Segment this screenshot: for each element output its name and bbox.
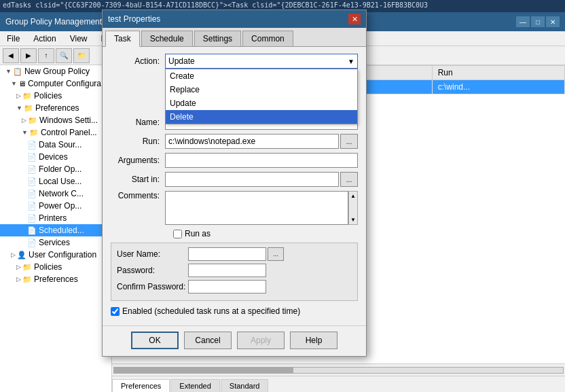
close-button[interactable]: ✕ <box>546 16 560 27</box>
option-update[interactable]: Update <box>166 96 357 110</box>
sidebar-item-label: Policies <box>34 262 62 272</box>
toolbar-up[interactable]: ↑ <box>38 48 54 63</box>
sidebar-item-label: Computer Configura... <box>28 79 108 88</box>
sidebar-item-label: Power Op... <box>39 201 81 211</box>
item-icon: 📄 <box>27 153 37 162</box>
sidebar-item-services[interactable]: 📄 Services <box>0 236 111 249</box>
runas-checkbox[interactable] <box>173 230 182 238</box>
sidebar-item-scheduled[interactable]: 📄 Scheduled... <box>0 224 111 236</box>
scroll-down-icon[interactable]: ▼ <box>350 215 356 224</box>
arguments-input[interactable] <box>165 153 358 168</box>
confirm-password-input[interactable] <box>188 280 266 293</box>
toolbar-folders[interactable]: 📁 <box>73 48 90 63</box>
start-in-input[interactable] <box>165 172 339 187</box>
menu-file[interactable]: File <box>3 33 24 45</box>
action-select-display[interactable]: Update ▼ <box>165 54 358 69</box>
sidebar-item-printers[interactable]: 📄 Printers <box>0 212 111 224</box>
toolbar-forward[interactable]: ▶ <box>20 48 37 63</box>
item-icon: 📄 <box>27 141 37 149</box>
sidebar-item-folder-options[interactable]: 📄 Folder Op... <box>0 163 111 175</box>
tab-task[interactable]: Task <box>105 31 140 47</box>
option-delete[interactable]: Delete <box>166 110 357 124</box>
item-icon: 📄 <box>27 226 37 235</box>
sidebar-item-control-panel[interactable]: ▼ 📁 Control Panel... <box>0 126 111 139</box>
toolbar-back[interactable]: ◀ <box>3 48 19 63</box>
sidebar-item-local-users[interactable]: 📄 Local Use... <box>0 175 111 188</box>
hscrollbar[interactable] <box>112 363 565 376</box>
tab-extended[interactable]: Extended <box>170 379 219 392</box>
help-button[interactable]: Help <box>290 332 338 349</box>
enabled-row: Enabled (scheduled task runs at a specif… <box>111 306 358 316</box>
comments-label: Comments: <box>111 191 165 200</box>
tab-settings[interactable]: Settings <box>194 31 241 46</box>
item-icon: 📄 <box>27 238 37 247</box>
sidebar-item-user-policies[interactable]: ▷ 📁 Policies <box>0 261 111 273</box>
sidebar-item-policies[interactable]: ▷ 📁 Policies <box>0 90 111 102</box>
sidebar-item-power-options[interactable]: 📄 Power Op... <box>0 200 111 212</box>
folder-icon: 📁 <box>24 104 33 113</box>
tab-common[interactable]: Common <box>242 31 293 46</box>
bg-titlebar-controls: — □ ✕ <box>516 16 560 27</box>
sidebar-item-label: Windows Setti... <box>39 115 98 125</box>
menu-view[interactable]: View <box>66 33 92 45</box>
run-browse-button[interactable]: ... <box>340 134 358 149</box>
option-create[interactable]: Create <box>166 69 357 83</box>
name-label: Name: <box>111 118 165 127</box>
password-input[interactable] <box>188 264 266 277</box>
toolbar-search[interactable]: 🔍 <box>56 48 72 63</box>
apply-button[interactable]: Apply <box>237 332 285 349</box>
minimize-button[interactable]: — <box>516 16 530 27</box>
computer-icon: 🖥 <box>18 79 26 88</box>
tab-schedule[interactable]: Schedule <box>141 31 193 46</box>
sidebar-item-label: Data Sour... <box>39 140 81 149</box>
expand-icon: ▼ <box>16 105 22 111</box>
sidebar-item-label: Printers <box>39 213 67 223</box>
maximize-button[interactable]: □ <box>531 16 545 27</box>
sidebar-item-devices[interactable]: 📄 Devices <box>0 151 111 163</box>
tab-preferences[interactable]: Preferences <box>112 379 170 392</box>
expand-icon: ▷ <box>16 276 21 283</box>
sidebar-item-preferences[interactable]: ▼ 📁 Preferences <box>0 102 111 114</box>
scroll-up-icon[interactable]: ▲ <box>350 192 356 200</box>
username-browse-button[interactable]: ... <box>268 247 284 261</box>
run-input[interactable] <box>165 134 339 149</box>
folder-icon: 📁 <box>22 275 32 284</box>
dialog-close-button[interactable]: ✕ <box>348 14 361 24</box>
arguments-label: Arguments: <box>111 156 165 165</box>
sidebar-item-data-sources[interactable]: 📄 Data Sour... <box>0 139 111 151</box>
confirm-password-label: Confirm Password: <box>117 282 188 291</box>
item-icon: 📄 <box>27 202 37 211</box>
ok-button[interactable]: OK <box>131 332 179 349</box>
sidebar-item-windows-settings[interactable]: ▷ 📁 Windows Setti... <box>0 114 111 126</box>
enabled-checkbox[interactable] <box>111 307 120 316</box>
sidebar-item-label: Scheduled... <box>39 226 84 235</box>
sidebar-item-network[interactable]: 📄 Network C... <box>0 188 111 200</box>
option-replace[interactable]: Replace <box>166 83 357 96</box>
start-in-browse-button[interactable]: ... <box>340 172 358 187</box>
sidebar-item-user-preferences[interactable]: ▷ 📁 Preferences <box>0 273 111 285</box>
sidebar-item-label: Preferences <box>35 103 79 113</box>
tab-standard[interactable]: Standard <box>221 379 269 392</box>
user-section: User Name: ... Password: Confirm Passwor… <box>111 243 358 301</box>
sidebar-item-label: Network C... <box>39 189 84 198</box>
start-in-row: Start in: ... <box>111 172 358 187</box>
cancel-button[interactable]: Cancel <box>184 332 232 349</box>
sidebar-item-computer-config[interactable]: ▼ 🖥 Computer Configura... <box>0 77 111 90</box>
sidebar-item-new-group-policy[interactable]: ▼ 📋 New Group Policy <box>0 65 111 77</box>
col-run: Run <box>432 66 564 80</box>
expand-icon: ▼ <box>5 68 12 75</box>
dialog-title: test Properties <box>108 14 160 24</box>
username-label: User Name: <box>117 249 188 259</box>
item-icon: 📄 <box>27 177 37 186</box>
password-label: Password: <box>117 266 188 275</box>
dialog-titlebar: test Properties ✕ <box>103 10 366 28</box>
comments-textarea[interactable] <box>165 191 348 225</box>
bottom-tabs: Preferences Extended Standard <box>112 376 565 392</box>
runas-label: Run as <box>185 229 211 238</box>
runas-row: Run as <box>111 229 358 238</box>
sidebar-item-user-config[interactable]: ▷ 👤 User Configuration <box>0 249 111 261</box>
username-input[interactable] <box>188 247 266 261</box>
menu-action[interactable]: Action <box>29 33 60 45</box>
enabled-label: Enabled (scheduled task runs at a specif… <box>122 306 300 316</box>
password-row: Password: <box>117 264 352 277</box>
